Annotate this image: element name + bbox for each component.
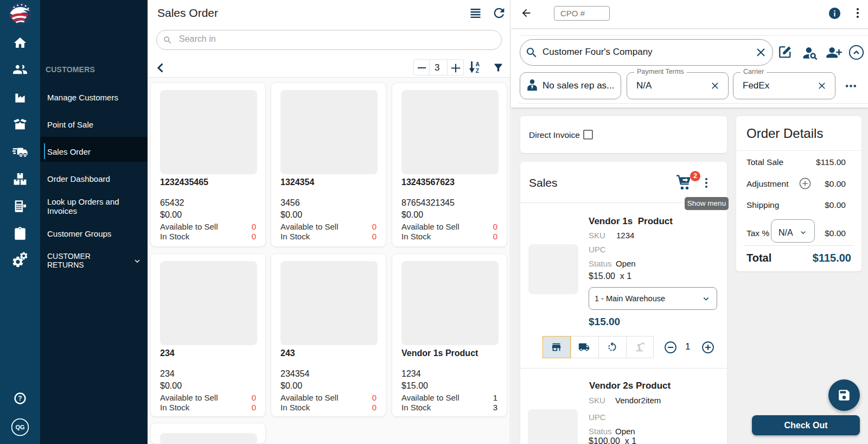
svg-text:QG: QG <box>15 424 24 430</box>
svg-text:Z: Z <box>476 67 480 74</box>
svg-text:?: ? <box>18 395 22 402</box>
svg-text:A: A <box>476 61 480 67</box>
